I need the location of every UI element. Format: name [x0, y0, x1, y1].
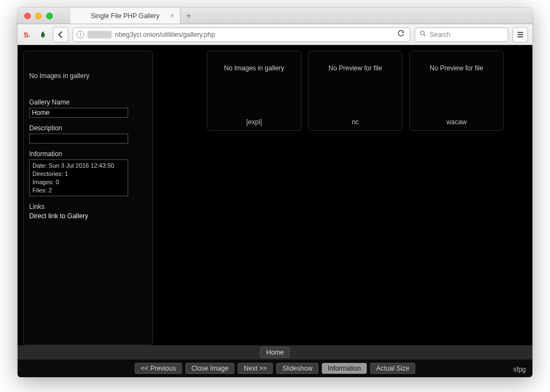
description-input[interactable]: [29, 134, 128, 143]
thumbnail-item[interactable]: No Preview for file wacaw: [409, 51, 504, 131]
search-bar[interactable]: Search: [415, 27, 508, 42]
breadcrumb-home[interactable]: Home: [260, 347, 290, 358]
hamburger-menu-button[interactable]: [513, 27, 528, 42]
breadcrumb-bar: Home: [18, 345, 532, 360]
direct-link[interactable]: Direct link to Gallery: [29, 212, 147, 220]
svg-point-2: [421, 31, 425, 35]
tab-close-icon[interactable]: ×: [170, 12, 174, 20]
gallery-name-input[interactable]: [29, 108, 128, 118]
browser-toolbar: S! i nbeg3yci.onion/utilities/gallery.ph…: [18, 24, 532, 45]
sidebar-empty-message: No Images in gallery: [29, 57, 147, 98]
url-bar[interactable]: i nbeg3yci.onion/utilities/gallery.php: [73, 27, 410, 42]
app-content: No Images in gallery Gallery Name Descri…: [18, 45, 532, 377]
search-icon: [420, 30, 426, 38]
thumbnail-caption: nc: [352, 118, 359, 126]
back-button[interactable]: [53, 27, 68, 42]
bottom-toolbar: << Previous Close Image Next >> Slidesho…: [18, 360, 532, 377]
links-label: Links: [29, 203, 147, 211]
thumbnail-grid: No Images in gallery [expl] No Preview f…: [157, 51, 504, 345]
extension-icon-2[interactable]: [37, 29, 48, 40]
thumbnail-message: No Preview for file: [430, 64, 483, 72]
gallery-name-label: Gallery Name: [29, 98, 147, 106]
info-dirs: Directories: 1: [32, 170, 125, 178]
thumbnail-item[interactable]: No Images in gallery [expl]: [207, 51, 301, 131]
titlebar: Single File PHP Gallery × +: [18, 8, 532, 24]
extension-icon-1[interactable]: S!: [22, 29, 33, 40]
thumbnail-item[interactable]: No Preview for file nc: [308, 51, 403, 131]
traffic-lights: [24, 13, 53, 19]
url-redacted: [87, 31, 112, 38]
thumbnail-caption: [expl]: [246, 118, 262, 126]
description-label: Description: [29, 124, 147, 132]
actual-size-button[interactable]: Actual Size: [370, 363, 415, 374]
info-date: Date: Sun 3 Jul 2016 12:43:50: [32, 162, 125, 170]
svg-line-3: [424, 35, 426, 36]
information-label: Information: [29, 150, 147, 158]
browser-tab[interactable]: Single File PHP Gallery ×: [70, 8, 180, 24]
reload-icon[interactable]: [395, 30, 406, 39]
new-tab-button[interactable]: +: [180, 11, 197, 21]
thumbnail-message: No Images in gallery: [224, 64, 284, 72]
brand-label: sfpg: [513, 366, 526, 373]
window-zoom-button[interactable]: [46, 13, 53, 19]
next-button[interactable]: Next >>: [238, 363, 273, 374]
info-icon[interactable]: i: [76, 31, 84, 38]
tab-title: Single File PHP Gallery: [91, 12, 160, 20]
thumbnail-caption: wacaw: [447, 118, 467, 126]
window-close-button[interactable]: [24, 13, 31, 19]
close-image-button[interactable]: Close Image: [185, 363, 234, 374]
information-button[interactable]: Information: [322, 363, 367, 374]
browser-window: Single File PHP Gallery × + S! i nbeg3yc…: [18, 8, 532, 377]
info-files: Files: 2: [32, 186, 125, 195]
info-sidebar: No Images in gallery Gallery Name Descri…: [23, 51, 153, 345]
window-minimize-button[interactable]: [35, 13, 42, 19]
search-placeholder: Search: [430, 31, 450, 38]
slideshow-button[interactable]: Slideshow: [276, 363, 318, 374]
prev-button[interactable]: << Previous: [135, 363, 182, 374]
svg-text:S: S: [24, 31, 29, 39]
info-images: Images: 0: [32, 178, 125, 186]
svg-text:!: !: [29, 34, 30, 38]
information-box: Date: Sun 3 Jul 2016 12:43:50 Directorie…: [29, 159, 128, 196]
thumbnail-message: No Preview for file: [328, 64, 382, 72]
url-text: nbeg3yci.onion/utilities/gallery.php: [115, 31, 215, 38]
